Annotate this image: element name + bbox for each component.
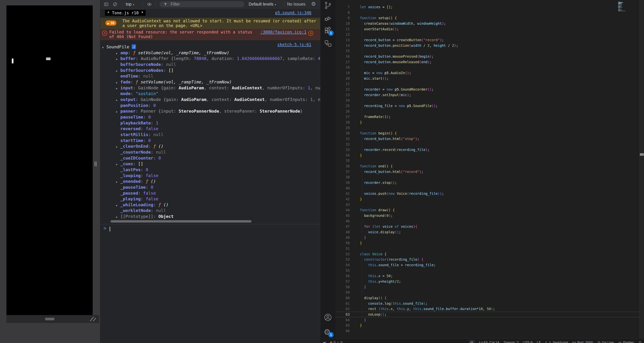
editor-line[interactable]: 10 createCanvas(windowWidth, windowHeigh… [336,21,640,26]
editor-line[interactable]: 64 } [336,317,640,323]
editor-line[interactable]: 27 frameRate(1); [336,114,640,120]
editor-line[interactable]: 26 [336,109,640,114]
go-live-button[interactable]: Go Live [597,340,614,343]
splitter-handle[interactable] [95,161,97,166]
editor-line[interactable]: 62 rect (this.x, this.y, this.sound_file… [336,306,640,312]
editor-line[interactable]: 52class Voice { [336,251,640,257]
editor-line[interactable]: 58 } [336,284,640,290]
run-debug-icon[interactable] [324,14,332,23]
console-tree-row[interactable]: ▶_whileLoading: ƒ () [100,202,336,208]
console-horizontal-scrollbar[interactable] [110,220,252,222]
editor-scrollbar-thumb[interactable] [640,153,644,156]
expand-triangle-icon[interactable]: ▶ [116,109,120,114]
editor-line[interactable]: 24 [336,98,640,103]
cursor-position[interactable]: Ln 63, Col 14 [479,340,499,343]
settings-gear-icon[interactable]: ⚙ 1 [324,328,332,336]
editor-line[interactable]: 45 background(0); [336,213,640,218]
issues-counter[interactable]: No Issues [287,0,305,9]
console-tree-row[interactable]: ▶panner: Panner {input: StereoPannerNode… [100,108,336,114]
console-tree-row[interactable]: ▶fade: ƒ setVolume(vol, _rampTime, _tFro… [100,79,336,85]
expand-triangle-icon[interactable]: ▶ [116,56,120,62]
editor-line[interactable]: 61 console.log(this.sound_file); [336,301,640,306]
references-icon[interactable] [324,39,332,48]
expand-triangle-icon[interactable]: ▶ [116,179,120,184]
source-control-icon[interactable] [324,1,332,10]
console-tree-row[interactable]: ▶_clearOnEnd: ƒ () [100,143,336,149]
drag-handle-icon[interactable] [45,319,54,320]
console-sidebar-icon[interactable] [104,2,108,7]
editor-line[interactable]: 31 record_button.html("stop"); [336,136,640,142]
drag-handle-icon[interactable] [45,318,54,319]
favicon-error-link[interactable]: :3000/favicon.ico:1 [260,30,306,34]
log-levels-selector[interactable]: Default levels▾ [249,0,276,9]
editor-line[interactable]: 66 [336,328,640,334]
editor-line[interactable]: 46 [336,218,640,224]
live-expression-eye-icon[interactable] [147,2,152,7]
account-icon[interactable] [324,313,332,322]
editor-line[interactable]: 55 [336,268,640,273]
console-tree-row[interactable]: ▶amp: ƒ setVolume(vol, _rampTime, _tFrom… [100,50,336,56]
minimap[interactable] [618,0,634,12]
editor-line[interactable]: 23 recorder.setInput(mic); [336,92,640,98]
expand-triangle-icon[interactable]: ▼ [102,45,106,50]
indentation-setting[interactable]: Spaces: 2 [504,340,519,343]
editor-line[interactable]: 25 recording_file = new p5.SoundFile(); [336,103,640,109]
prettier-indicator[interactable]: ✓✓Prettier [618,340,634,343]
editor-line[interactable]: 14 record_button.position(width / 2, hei… [336,43,640,48]
editor-line[interactable]: 37 record_button.html("record"); [336,169,640,175]
source-link[interactable]: p5.sound.js:346 [275,11,312,15]
editor-line[interactable]: 41 voices.push(new Voice(recording_file)… [336,191,640,196]
editor-line[interactable]: 50} [336,240,640,246]
expand-triangle-icon[interactable]: ▶ [116,68,120,73]
editor-line[interactable]: 59 [336,290,640,295]
do-not-disturb-icon[interactable]: ⊖ [469,340,475,343]
editor-line[interactable]: 21 [336,81,640,87]
console-tree-row[interactable]: ▶bufferSourceNodes: [] [100,68,336,73]
editor-line[interactable]: 17 record_button.mouseReleased(end); [336,59,640,65]
resize-gripper-icon[interactable] [93,318,96,321]
console-tree-row[interactable]: ▶[[Prototype]]: Object [100,214,336,219]
editor-line[interactable]: 60 display() { [336,295,640,301]
editor-line[interactable]: 36function end() { [336,163,640,169]
editor-line[interactable]: 18 [336,65,640,70]
expand-triangle-icon[interactable]: ▶ [116,202,120,208]
console-tree-row[interactable]: ▼SoundFile i [100,44,322,50]
editor-line[interactable]: 43 [336,202,640,207]
editor-line[interactable]: 29 [336,125,640,131]
editor-line[interactable]: 28} [336,120,640,125]
console-input-caret[interactable] [110,227,110,231]
console-tree-row[interactable]: ▶output: GainNode {gain: AudioParam, con… [100,97,336,103]
editor-line[interactable]: 19 mic = new p5.AudioIn(); [336,70,640,76]
warning-count-badge[interactable]: ▶16 [105,21,116,26]
expand-triangle-icon[interactable]: ▶ [116,80,120,85]
editor-line[interactable]: 16 record_button.mousePressed(begin); [336,54,640,59]
console-tree-row[interactable]: ▶buffer: AudioBuffer {length: 78848, dur… [100,56,336,62]
encoding-setting[interactable]: UTF-8 [523,340,532,343]
code-editor[interactable]: 7let voices = [];89function setup() {10 … [336,0,644,339]
editor-scrollbar-gutter[interactable] [640,0,644,339]
issue-icon[interactable]: ⇅ [308,31,313,36]
editor-line[interactable]: 30function begin() { [336,131,640,136]
editor-line[interactable]: 57 this.y=height/2; [336,279,640,284]
extensions-icon[interactable]: 1 [324,26,332,35]
editor-line[interactable]: 7let voices = []; [336,4,640,10]
editor-line[interactable]: 9function setup() { [336,15,640,21]
editor-line[interactable]: 38 [336,174,640,180]
editor-line[interactable]: 34} [336,153,640,158]
console-tree-row[interactable]: ▶_cues: [] [100,161,336,167]
editor-line[interactable]: 54 this.sound_file = recording_file; [336,262,640,268]
remote-indicator[interactable]: >< [323,340,326,343]
expand-triangle-icon[interactable]: ▶ [116,86,120,91]
editor-line[interactable]: 56 this.x = 50; [336,273,640,279]
editor-line[interactable]: 47 for (let voice of voices){ [336,224,640,229]
live-server-port[interactable]: Port: 3000 [572,340,593,343]
editor-line[interactable]: 11 userStartAudio(); [336,26,640,32]
editor-line[interactable]: 39 recorder.stop(); [336,180,640,185]
console-tree-row[interactable]: ▶_onended: ƒ () [100,178,336,184]
editor-line[interactable]: 22 recorder = new p5.SoundRecorder(); [336,87,640,92]
editor-line[interactable]: 53 constructor(recording_file) { [336,257,640,262]
editor-line[interactable]: 32 [336,142,640,147]
editor-line[interactable]: 40 [336,185,640,191]
console-filter-input[interactable]: Filter [160,1,244,7]
editor-line[interactable]: 35 [336,158,640,163]
